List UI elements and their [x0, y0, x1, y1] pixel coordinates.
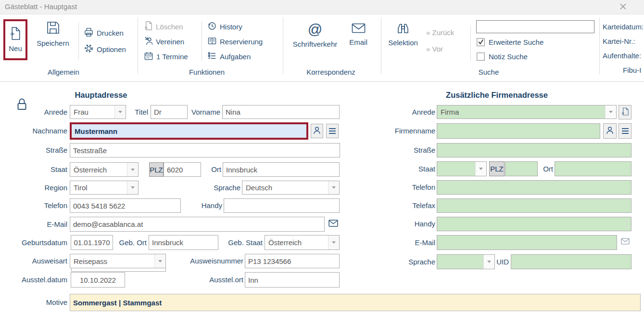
divider [283, 17, 283, 74]
reservierung-button[interactable]: Reservierung [208, 36, 263, 47]
plz-button[interactable]: PLZ [149, 162, 164, 177]
ort-label: Ort [196, 164, 221, 175]
history-label: History [220, 23, 242, 31]
chevron-down-icon[interactable] [605, 105, 616, 118]
search-input[interactable] [476, 20, 594, 33]
speichern-button[interactable]: Speichern [32, 21, 74, 47]
erweiterte-suche-label: Erweiterte Suche [489, 38, 543, 46]
chevron-down-icon[interactable] [328, 181, 339, 194]
firma-plz-button[interactable]: PLZ [489, 161, 505, 176]
notiz-suche-label: Notiz Suche [489, 52, 528, 61]
chevron-down-icon[interactable] [328, 236, 339, 249]
nachname-field-highlighted[interactable]: Mustermann [70, 122, 308, 140]
sprache-combobox[interactable]: Deutsch [242, 181, 340, 195]
close-button[interactable] [615, 2, 631, 13]
group-label-suche: Suche [463, 67, 515, 77]
drucken-button[interactable]: Drucken [84, 27, 124, 38]
optionen-button[interactable]: Optionen [84, 44, 126, 54]
checkmark-icon [478, 38, 484, 47]
divider [381, 17, 381, 74]
firmenadresse-heading: Zusätzliche Firmenadresse [437, 91, 557, 100]
send-email-icon[interactable] [328, 220, 338, 227]
send-email-icon-disabled [621, 238, 630, 245]
strasse-field[interactable] [70, 143, 340, 158]
plz-field[interactable] [164, 162, 201, 177]
guest-person-button[interactable] [311, 124, 323, 138]
selektion-button[interactable]: Selektion [386, 23, 420, 47]
aufenthalte-label: Aufenthalte: [603, 51, 641, 61]
firma-clear-button[interactable] [619, 105, 631, 119]
firma-strasse-field[interactable] [437, 143, 631, 158]
firma-telefax-label: Telefax [368, 200, 435, 211]
firmenname-label: Firmenname [368, 126, 435, 136]
firma-menu-button[interactable] [619, 123, 631, 139]
firma-person-button[interactable] [603, 123, 617, 139]
divider [470, 25, 471, 61]
region-combobox[interactable]: Tirol [70, 181, 139, 195]
telefon-field[interactable] [70, 198, 181, 213]
chevron-down-icon[interactable] [475, 162, 486, 176]
staat-value: Österreich [74, 163, 126, 176]
ausweisart-dropdown-edge [71, 268, 166, 272]
ausweisart-combobox[interactable]: Reisepass [70, 254, 166, 268]
geb-ort-field[interactable] [149, 235, 218, 250]
handy-field[interactable] [224, 198, 340, 213]
schriftverkehr-button[interactable]: @ Schriftverkehr [288, 22, 342, 48]
save-icon [47, 21, 60, 36]
ort-field[interactable] [223, 162, 340, 177]
termine-button[interactable]: 1 Termine [144, 51, 188, 62]
sprache-label: Sprache [206, 183, 240, 193]
geb-staat-combobox[interactable]: Österreich [265, 235, 340, 250]
ausstel-datum-field[interactable] [71, 272, 125, 288]
vereinen-button[interactable]: Vereinen [144, 36, 184, 47]
divider [599, 17, 600, 74]
ausweisnummer-field[interactable] [245, 254, 340, 268]
titel-field[interactable] [151, 105, 188, 119]
aufgaben-button[interactable]: Aufgaben [208, 51, 251, 62]
email-field[interactable] [70, 217, 325, 232]
staat-combobox[interactable]: Österreich [70, 162, 139, 177]
firma-anrede-combobox[interactable]: Firma [437, 105, 617, 119]
firma-handy-field[interactable] [437, 217, 631, 231]
firma-staat-combobox[interactable] [437, 161, 487, 176]
karteidatum-label: Karteidatum: [603, 22, 644, 32]
loeschen-label: Löschen [156, 23, 183, 31]
chevron-down-icon[interactable] [127, 181, 138, 194]
hamburger-menu-icon [329, 128, 336, 134]
kartei-nr-label: Kartei-Nr.: [603, 37, 635, 46]
firma-email-field[interactable] [437, 235, 617, 250]
neu-button[interactable]: Neu [3, 19, 27, 60]
firma-staat-label: Staat [368, 164, 435, 174]
firma-ort-field[interactable] [555, 161, 631, 176]
chevron-down-icon[interactable] [154, 254, 165, 268]
fibu-label: Fibu-I [623, 66, 641, 75]
person-icon [313, 126, 321, 136]
ausstel-ort-field[interactable] [245, 272, 340, 288]
uid-field[interactable] [511, 254, 631, 269]
group-label-korrespondenz: Korrespondenz [289, 67, 373, 77]
divider [78, 22, 79, 60]
reservierung-label: Reservierung [220, 38, 263, 46]
firmenname-field[interactable] [437, 123, 600, 139]
notiz-suche-checkbox[interactable] [477, 52, 485, 61]
guest-menu-button[interactable] [326, 124, 339, 138]
chevron-down-icon[interactable] [127, 163, 138, 176]
email-button[interactable]: Email [343, 23, 373, 46]
motive-field[interactable]: Sommergast | Stammgast [70, 294, 641, 311]
aufgaben-label: Aufgaben [220, 52, 251, 61]
region-value: Tirol [74, 181, 126, 194]
firma-telefax-field[interactable] [437, 198, 631, 213]
sprache-value: Deutsch [246, 181, 328, 194]
history-button[interactable]: History [208, 21, 242, 32]
geb-staat-value: Österreich [268, 236, 328, 249]
hamburger-menu-icon [622, 128, 629, 134]
geburtsdatum-field[interactable] [71, 235, 113, 250]
firma-telefon-field[interactable] [437, 180, 631, 195]
divider [202, 21, 202, 61]
erweiterte-suche-checkbox[interactable] [477, 38, 485, 46]
ausweisart-label: Ausweisart [0, 256, 67, 266]
reservation-book-icon [208, 37, 216, 46]
vorname-field[interactable] [222, 105, 340, 119]
window-title: Gästeblatt - Hauptgast [5, 2, 77, 11]
vereinen-label: Vereinen [156, 38, 184, 46]
